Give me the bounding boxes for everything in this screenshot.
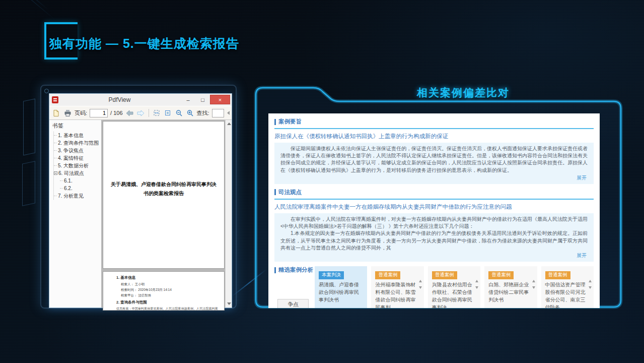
scroll-down-icon[interactable] [227,302,231,305]
next-page-icon[interactable] [136,109,145,117]
case-card[interactable]: 普通案例 沧州福泰隆装饰材料有限公司、陈雪借款合同纠纷再审民事判 [371,266,423,308]
bookmark-item[interactable]: 3. 争议焦点 [54,147,101,154]
print-icon[interactable] [63,109,72,117]
pdf-app-icon [52,96,58,103]
case-card[interactable]: 本案判决 易清娥、卢迎春借款合同纠纷再审民事判决书 [315,266,367,308]
case-badge: 本案判决 [319,271,344,279]
section-header-selected-cases: 精选案例分析 [274,266,315,274]
decor-line [20,0,55,20]
doc-section-heading: 2. 查询条件与范围 [116,300,218,305]
case-badge: 普通案例 [375,271,400,279]
panel-title: 相关案例偏差比对 [322,86,604,100]
scroll-up-icon[interactable] [475,280,478,282]
case-gist-box: 保证期间届满债权人未依法向保证人主张保证责任的，保证责任消灭。保证责任消灭后，债… [274,143,594,184]
case-title: 兴隆县农村信用合作联社、石荣合借款合同纠纷再审民事判决 [432,281,475,308]
tab-dispute-point[interactable]: 争点 [277,299,309,308]
zoom-out-icon[interactable] [175,109,183,117]
decor-panel-shape [22,161,35,206]
pdf-window: PdfView – □ × 页码: / 106 [49,93,232,308]
bookmark-item[interactable]: 6. 司法观点 [54,169,101,177]
case-badge: 普通案例 [488,271,514,279]
bookmark-item[interactable]: 4. 案情特征 [54,154,101,162]
case-title: 沧州福泰隆装饰材料有限公司、陈雪借款合同纠纷再审民事判 [375,281,418,308]
bookmarks-header: 书签 [49,121,101,132]
scroll-up-icon[interactable] [532,280,535,282]
judicial-view-body2: 1.本条规定的因夫妻一方在婚姻存续期内从夫妻共同财产中借款的行为产生的债权债务关… [280,230,588,252]
scroll-down-icon[interactable] [589,286,592,289]
section-marker [274,267,276,273]
case-gist-body: 保证期间届满债权人未依法向保证人主张保证责任的，保证责任消灭。保证责任消灭后，债… [280,145,588,174]
bookmark-item[interactable]: 6.1. [54,177,101,185]
judicial-view-body: 在审判实践中，人民法院在审理离婚案件时，对夫妻一方在婚姻存续期内从夫妻共同财产中… [280,216,588,230]
bookmarks-tree: 1. 基本信息 2. 查询条件与范围 3. 争议焦点 4. 案情特征 5. 大数… [53,132,101,200]
case-card[interactable]: 普通案例 白旭、郑艳丽企业借贷纠纷二审民事判决书 [484,266,537,308]
report-panel: 案例要旨 原担保人在《债权转移确认通知书回执》上盖章的行为构成新的保证 保证期间… [268,113,600,308]
toolbar-separator [149,109,149,117]
bookmark-item[interactable]: 1. 基本信息 [54,132,101,139]
case-badge: 普通案例 [545,271,570,279]
judicial-view-box: 在审判实践中，人民法院在审理离婚案件时，对夫妻一方在婚姻存续期内从夫妻共同财产中… [274,213,594,262]
doc-line: 检索平台： 法信智推 [121,292,218,298]
scroll-down-icon[interactable] [475,286,478,289]
bookmark-item[interactable]: 5. 大数据分析 [54,162,101,169]
scroll-down-icon[interactable] [419,286,422,289]
zoom-in-icon[interactable] [186,109,194,117]
page-number-label: 页码: [75,109,87,117]
doc-paragraph: 优先检索：中国审判案例要览案例、人民法院案例选案例、人民法院裁判案例、人民司法案… [116,306,218,311]
scroll-down-icon[interactable] [532,286,535,289]
find-input[interactable] [212,109,224,117]
open-file-icon[interactable] [52,109,61,117]
bookmarks-panel: 书签 1. 基本信息 2. 查询条件与范围 3. 争议焦点 4. 案情特征 5.… [49,120,102,308]
decor-panel-shape [23,98,35,155]
page-number-input[interactable] [90,109,108,117]
slide-canvas: 独有功能 — 5.一键生成检索报告 PdfView – □ × 页码: / 10… [0,0,644,363]
case-card[interactable]: 普通案例 兴隆县农村信用合作联社、石荣合借款合同纠纷再审民事判决 [428,266,480,308]
doc-section-heading: 1. 基本信息 [116,275,218,280]
close-button[interactable]: × [210,95,230,104]
case-title: 易清娥、卢迎春借款合同纠纷再审民事判决书 [319,281,362,304]
previous-page-icon[interactable] [125,109,134,117]
window-title: PdfView [58,96,181,103]
section-divider [274,199,594,200]
slide-title: 独有功能 — 5.一键生成检索报告 [49,35,239,52]
document-page-1: 关于易清娥、卢迎春借款合同纠纷再审民事判决 书的类案检索报告 [103,121,225,269]
case-badge: 普通案例 [432,271,457,279]
report-document-title: 关于易清娥、卢迎春借款合同纠纷再审民事判决 书的类案检索报告 [107,180,220,198]
judicial-view-title[interactable]: 人民法院审理离婚案件中夫妻一方在婚姻存续期内从夫妻共同财产中借款的行为应注意的问… [274,203,594,211]
fit-width-icon[interactable] [153,109,161,117]
scroll-up-icon[interactable] [227,123,231,125]
decor-line [2,0,48,10]
toolbar-overflow-icon[interactable] [227,111,230,115]
section-divider [274,128,594,129]
page-total-label: / 106 [110,110,122,116]
doc-line: 检索人： 王小明 [121,281,218,287]
document-scrollbar[interactable] [225,120,232,308]
case-gist-title[interactable]: 原担保人在《债权转移确认通知书回执》上盖章的行为构成新的保证 [274,133,594,140]
minimize-button[interactable]: – [181,95,195,104]
decor-circle [44,89,49,93]
section-marker [274,189,276,195]
section-header-case-gist: 案例要旨 [274,118,594,126]
find-label: 查找: [197,109,209,117]
expand-link[interactable]: 展开 [280,174,588,184]
bookmark-item[interactable]: 7. 分析意见 [54,192,101,200]
collapse-icon[interactable] [54,171,57,175]
doc-line: 检索时间： 2020年10月23日 14:14 [121,287,218,292]
section-marker [274,119,276,125]
case-card[interactable]: 普通案例 中国信达资产管理股份有限公司河北省分公司、南京三信防务 [541,266,594,308]
document-area: 关于易清娥、卢迎春借款合同纠纷再审民事判决 书的类案检索报告 1. 基本信息 检… [102,120,232,308]
maximize-button[interactable]: □ [195,95,210,104]
case-cards-grid: 本案判决 易清娥、卢迎春借款合同纠纷再审民事判决书 普通案例 沧州福泰隆装饰材料… [315,266,594,308]
bookmark-item[interactable]: 2. 查询条件与范围 [54,139,101,147]
document-page-2: 1. 基本信息 检索人： 王小明 检索时间： 2020年10月23日 14:14… [103,271,225,311]
bookmark-item[interactable]: 6.2. [54,185,101,192]
fit-page-icon[interactable] [164,109,172,117]
case-title: 白旭、郑艳丽企业借贷纠纷二审民事判决书 [488,281,532,304]
scroll-up-icon[interactable] [419,280,422,282]
pdf-titlebar[interactable]: PdfView – □ × [49,94,232,106]
pdf-toolbar: 页码: / 106 查找: [49,106,232,120]
section-header-judicial-view: 司法观点 [274,189,594,196]
expand-link[interactable]: 展开 [280,252,588,262]
scroll-up-icon[interactable] [589,280,592,282]
decor-line [232,269,266,297]
